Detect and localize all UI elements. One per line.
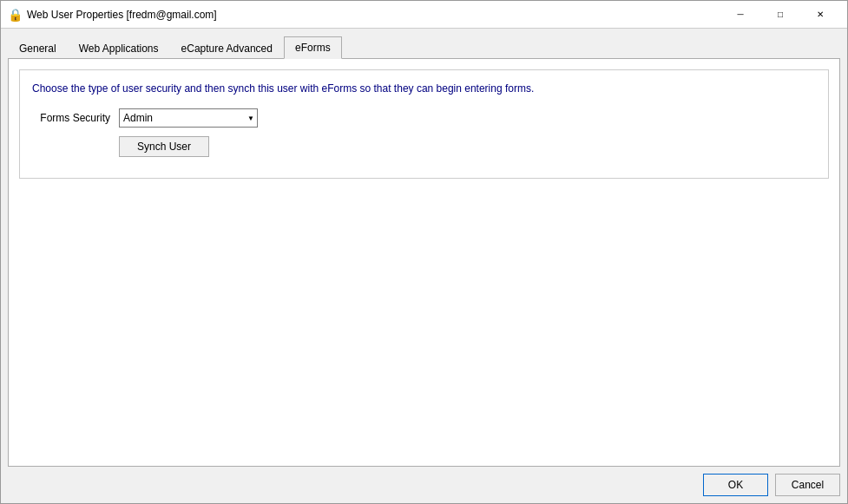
window-icon: 🔒 (8, 8, 22, 22)
forms-security-select-wrapper: Admin Standard Read Only (119, 108, 258, 128)
tab-eforms[interactable]: eForms (284, 36, 342, 59)
cancel-button[interactable]: Cancel (775, 474, 840, 496)
tab-general[interactable]: General (8, 36, 68, 59)
ok-button[interactable]: OK (703, 474, 768, 496)
tab-web-applications[interactable]: Web Applications (68, 36, 170, 59)
forms-security-label: Forms Security (32, 112, 110, 124)
synch-row: Synch User (32, 136, 816, 157)
title-bar: 🔒 Web User Properties [fredm@gmail.com] … (1, 1, 847, 29)
maximize-button[interactable]: □ (760, 1, 800, 29)
eforms-content-panel: Choose the type of user security and the… (19, 69, 829, 179)
window-title: Web User Properties [fredm@gmail.com] (27, 9, 217, 21)
forms-security-select[interactable]: Admin Standard Read Only (119, 108, 258, 128)
window-body: General Web Applications eCapture Advanc… (1, 29, 847, 503)
info-text: Choose the type of user security and the… (32, 82, 816, 95)
minimize-button[interactable]: ─ (720, 1, 760, 29)
title-bar-controls: ─ □ ✕ (720, 1, 840, 29)
forms-security-row: Forms Security Admin Standard Read Only (32, 108, 816, 128)
synch-user-button[interactable]: Synch User (119, 136, 209, 157)
tab-content-eforms: Choose the type of user security and the… (8, 59, 840, 467)
bottom-bar: OK Cancel (8, 467, 840, 496)
title-bar-left: 🔒 Web User Properties [fredm@gmail.com] (8, 8, 217, 22)
main-window: 🔒 Web User Properties [fredm@gmail.com] … (0, 0, 848, 504)
close-button[interactable]: ✕ (800, 1, 840, 29)
tab-ecapture-advanced[interactable]: eCapture Advanced (170, 36, 284, 59)
tab-bar: General Web Applications eCapture Advanc… (8, 36, 840, 59)
